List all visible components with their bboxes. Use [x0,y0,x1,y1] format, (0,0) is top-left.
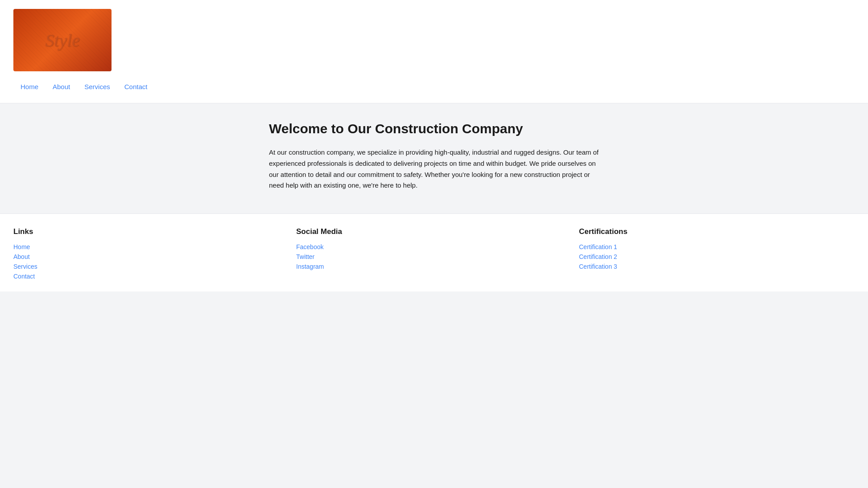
logo-image: Style [13,9,112,71]
footer-social-heading: Social Media [296,227,565,236]
footer-social-facebook[interactable]: Facebook [296,243,565,250]
footer-cert-3[interactable]: Certification 3 [579,263,847,270]
main-content: Welcome to Our Construction Company At o… [0,103,868,213]
page-body: At our construction company, we speciali… [269,147,599,191]
footer-cert-2[interactable]: Certification 2 [579,253,847,260]
nav-services[interactable]: Services [77,79,117,94]
footer-social-instagram[interactable]: Instagram [296,263,565,270]
nav-contact[interactable]: Contact [117,79,155,94]
content-area: Welcome to Our Construction Company At o… [189,121,679,191]
footer-links-heading: Links [13,227,282,236]
footer-spacer [0,291,868,363]
footer-certs-col: Certifications Certification 1 Certifica… [572,227,855,283]
footer-link-services[interactable]: Services [13,263,282,270]
footer-links-col: Links Home About Services Contact [13,227,289,283]
logo-container: Style [13,9,855,71]
nav-home[interactable]: Home [13,79,45,94]
footer-social-twitter[interactable]: Twitter [296,253,565,260]
logo-text: Style [45,30,80,51]
footer-grid: Links Home About Services Contact Social… [13,227,855,283]
nav-about[interactable]: About [45,79,77,94]
footer-link-contact[interactable]: Contact [13,273,282,280]
footer-link-about[interactable]: About [13,253,282,260]
page-title: Welcome to Our Construction Company [269,121,599,136]
main-nav: Home About Services Contact [13,79,855,94]
site-header: Style Home About Services Contact [0,0,868,103]
footer-social-col: Social Media Facebook Twitter Instagram [289,227,572,283]
footer-certs-heading: Certifications [579,227,847,236]
footer-link-home[interactable]: Home [13,243,282,250]
site-footer: Links Home About Services Contact Social… [0,213,868,291]
footer-cert-1[interactable]: Certification 1 [579,243,847,250]
